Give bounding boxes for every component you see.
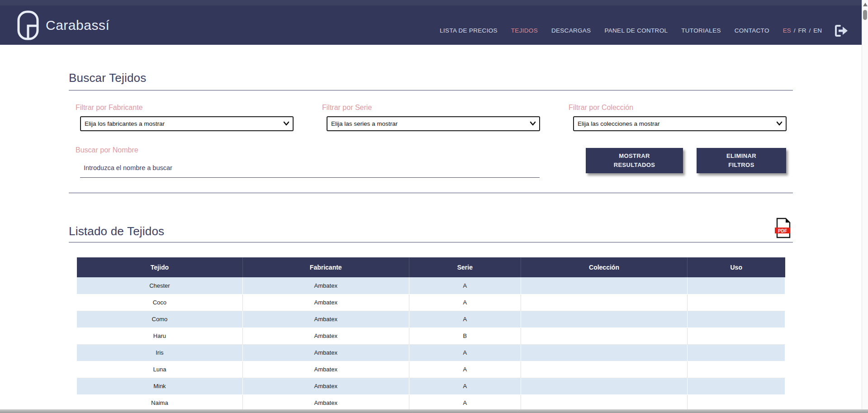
filter-serie: Filtrar por SerieElija las series a most… — [322, 104, 540, 131]
vertical-scrollbar[interactable] — [862, 0, 868, 413]
table-cell: B — [409, 328, 521, 344]
table-row: HaruAmbatexB — [77, 328, 785, 344]
table-cell — [687, 294, 785, 311]
table-row: NaimaAmbatexA — [77, 394, 785, 411]
column-header-coleccion: Colección — [521, 257, 688, 277]
divider — [69, 193, 793, 193]
table-cell: Luna — [77, 361, 242, 378]
table-cell: Como — [77, 311, 242, 328]
nav-item-tejidos[interactable]: TEJIDOS — [511, 27, 538, 34]
table-row: ChesterAmbatexA — [77, 277, 785, 294]
scrollbar-up-arrow-icon[interactable] — [863, 3, 868, 6]
table-cell: Ambatex — [242, 294, 409, 311]
table-cell — [687, 328, 785, 344]
filter-fabricante: Filtrar por FabricanteElija los fabrican… — [76, 104, 294, 131]
column-header-uso: Uso — [687, 257, 785, 277]
list-section-title: Listado de Tejidos — [69, 224, 164, 238]
table-cell: Ambatex — [242, 378, 409, 394]
language-switcher: ES/FR/EN — [783, 27, 822, 34]
table-cell: Chester — [77, 277, 242, 294]
table-cell: Ambatex — [242, 394, 409, 411]
filter-coleccion-label: Filtrar por Colección — [569, 104, 787, 112]
nav-item-lista-de-precios[interactable]: LISTA DE PRECIOS — [440, 27, 498, 34]
filter-fabricante-select[interactable]: Elija los fabricantes a mostrar — [80, 116, 294, 131]
table-cell: A — [409, 361, 521, 378]
filter-fabricante-label: Filtrar por Fabricante — [76, 104, 294, 112]
column-header-tejido: Tejido — [77, 257, 242, 277]
name-search-label: Buscar por Nombre — [76, 146, 540, 154]
table-cell — [687, 394, 785, 411]
table-cell: Haru — [77, 328, 242, 344]
lang-en[interactable]: EN — [813, 27, 822, 34]
action-buttons: MOSTRARRESULTADOS ELIMINARFILTROS — [586, 146, 786, 173]
table-row: IrisAmbatexA — [77, 344, 785, 361]
table-cell: Iris — [77, 344, 242, 361]
scrollbar-thumb[interactable] — [863, 10, 867, 20]
table-cell: A — [409, 294, 521, 311]
table-cell: A — [409, 344, 521, 361]
brand[interactable]: Carabassí — [17, 10, 109, 40]
brand-logo-icon — [17, 10, 39, 40]
column-header-fabricante: Fabricante — [242, 257, 409, 277]
filter-serie-select[interactable]: Elija las series a mostrar — [327, 116, 540, 131]
column-header-serie: Serie — [409, 257, 521, 277]
name-search-input[interactable] — [80, 159, 540, 178]
table-cell — [521, 328, 688, 344]
nav-item-descargas[interactable]: DESCARGAS — [551, 27, 591, 34]
name-search-row: Buscar por Nombre MOSTRARRESULTADOS ELIM… — [69, 146, 793, 178]
table-cell: A — [409, 378, 521, 394]
table-cell — [687, 378, 785, 394]
table-cell: Mink — [77, 378, 242, 394]
nav-item-panel-de-control[interactable]: PANEL DE CONTROL — [604, 27, 668, 34]
lang-es[interactable]: ES — [783, 27, 791, 34]
table-cell — [521, 361, 688, 378]
nav-item-tutoriales[interactable]: TUTORIALES — [681, 27, 721, 34]
table-cell: Ambatex — [242, 277, 409, 294]
table-cell — [687, 361, 785, 378]
lang-separator: / — [794, 27, 796, 34]
horizontal-scrollbar[interactable] — [0, 409, 868, 413]
filter-coleccion-select[interactable]: Elija las colecciones a mostrar — [573, 116, 787, 131]
logout-icon[interactable] — [835, 24, 848, 37]
table-cell — [521, 394, 688, 411]
show-results-button[interactable]: MOSTRARRESULTADOS — [586, 148, 683, 173]
table-cell — [521, 277, 688, 294]
pdf-icon[interactable]: PDF — [774, 218, 791, 238]
table-cell: Ambatex — [242, 311, 409, 328]
table-header-row: TejidoFabricanteSerieColecciónUso — [77, 257, 785, 277]
page-content: Buscar Tejidos Filtrar por FabricanteEli… — [69, 71, 793, 412]
divider — [69, 90, 793, 90]
filter-serie-label: Filtrar por Serie — [322, 104, 540, 112]
svg-text:PDF: PDF — [778, 228, 787, 233]
table-cell — [521, 344, 688, 361]
table-cell — [521, 294, 688, 311]
search-section-title: Buscar Tejidos — [69, 71, 793, 85]
table-cell: Ambatex — [242, 328, 409, 344]
table-cell: A — [409, 394, 521, 411]
table-cell — [521, 378, 688, 394]
top-nav-bar: Carabassí LISTA DE PRECIOSTEJIDOSDESCARG… — [0, 0, 868, 45]
table-cell: A — [409, 311, 521, 328]
table-cell: Coco — [77, 294, 242, 311]
table-cell: Ambatex — [242, 361, 409, 378]
table-cell: A — [409, 277, 521, 294]
lang-fr[interactable]: FR — [798, 27, 806, 34]
clear-filters-button[interactable]: ELIMINARFILTROS — [697, 148, 786, 173]
fabrics-table: TejidoFabricanteSerieColecciónUso Cheste… — [77, 257, 785, 412]
main-nav: LISTA DE PRECIOSTEJIDOSDESCARGASPANEL DE… — [440, 27, 769, 34]
header-top-strip — [0, 0, 868, 5]
table-cell — [687, 277, 785, 294]
table-cell — [687, 311, 785, 328]
nav-item-contacto[interactable]: CONTACTO — [735, 27, 769, 34]
filter-coleccion: Filtrar por ColecciónElija las coleccion… — [569, 104, 787, 131]
table-row: CocoAmbatexA — [77, 294, 785, 311]
lang-separator: / — [809, 27, 811, 34]
table-row: LunaAmbatexA — [77, 361, 785, 378]
table-row: MinkAmbatexA — [77, 378, 785, 394]
divider — [69, 242, 793, 242]
table-cell: Ambatex — [242, 344, 409, 361]
table-row: ComoAmbatexA — [77, 311, 785, 328]
brand-name: Carabassí — [46, 18, 109, 33]
filters-row: Filtrar por FabricanteElija los fabrican… — [69, 104, 793, 131]
table-cell: Naima — [77, 394, 242, 411]
